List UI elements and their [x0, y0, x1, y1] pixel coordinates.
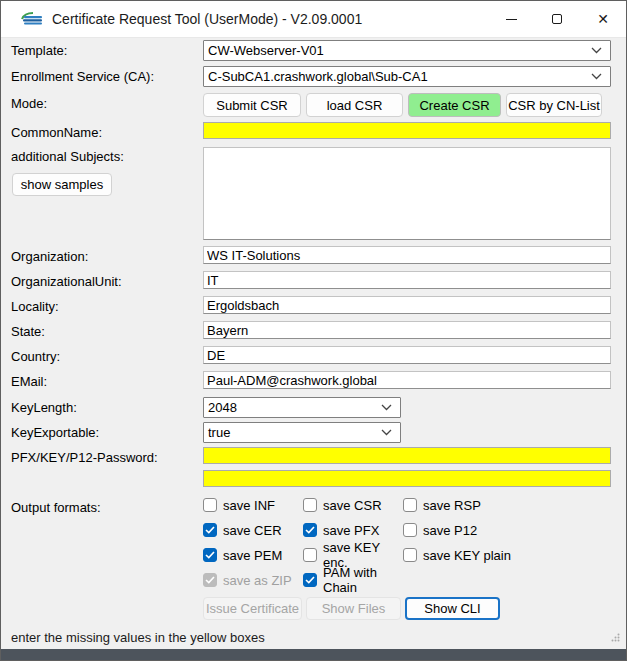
checkbox-save-key-plain[interactable]: save KEY plain [403, 547, 623, 563]
close-button[interactable]: ✕ [580, 1, 626, 37]
country-input[interactable] [203, 346, 611, 364]
checkbox-box [203, 573, 217, 587]
key-exportable-select[interactable]: true [203, 422, 401, 443]
status-message: enter the missing values in the yellow b… [11, 630, 265, 645]
checkbox-save-rsp[interactable]: save RSP [403, 497, 623, 513]
checkbox-save-as-zip: save as ZIP [203, 572, 303, 588]
issue-certificate-button: Issue Certificate [203, 597, 302, 620]
state-label: State: [11, 324, 45, 339]
window-bottom-edge [1, 649, 626, 660]
mode-label: Mode: [11, 96, 47, 111]
checkbox-box [403, 523, 417, 537]
key-length-label: KeyLength: [11, 400, 77, 415]
locality-input[interactable] [203, 296, 611, 314]
common-name-input[interactable] [203, 122, 611, 139]
chevron-down-icon [381, 404, 392, 411]
template-value: CW-Webserver-V01 [208, 43, 324, 58]
email-input[interactable] [203, 371, 611, 389]
additional-subjects-textarea[interactable] [203, 147, 611, 240]
checkbox-box [303, 523, 317, 537]
checkbox-box [403, 548, 417, 562]
action-button-row: Issue Certificate Show Files Show CLI [203, 597, 500, 620]
country-label: Country: [11, 349, 60, 364]
enrollment-select[interactable]: C-SubCA1.crashwork.global\Sub-CA1 [203, 66, 611, 87]
checkbox-save-key-enc[interactable]: save KEY enc. [303, 547, 403, 563]
checkbox-box [203, 523, 217, 537]
key-length-value: 2048 [208, 400, 237, 415]
show-files-button: Show Files [306, 597, 401, 620]
minimize-icon [506, 19, 517, 20]
check-icon [205, 576, 215, 584]
password-label: PFX/KEY/P12-Password: [11, 450, 158, 465]
mode-button-load-csr[interactable]: load CSR [306, 93, 403, 117]
checkbox-box [303, 548, 317, 562]
output-formats-group: save INF save CSR save RSP save CER save… [203, 497, 623, 588]
checkbox-box [403, 498, 417, 512]
checkbox-box [203, 498, 217, 512]
checkbox-box [303, 573, 317, 587]
certificate-app-icon [21, 11, 43, 27]
maximize-icon [552, 14, 562, 24]
email-label: EMail: [11, 374, 47, 389]
checkbox-box [303, 498, 317, 512]
organizational-unit-input[interactable] [203, 271, 611, 289]
organization-input[interactable] [203, 246, 611, 264]
chevron-down-icon [591, 73, 602, 80]
window-title: Certificate Request Tool (UserMode) - V2… [52, 11, 362, 27]
checkbox-save-pem[interactable]: save PEM [203, 547, 303, 563]
key-exportable-label: KeyExportable: [11, 425, 99, 440]
checkbox-save-inf[interactable]: save INF [203, 497, 303, 513]
output-formats-label: Output formats: [11, 500, 101, 515]
checkbox-save-pfx[interactable]: save PFX [303, 522, 403, 538]
mode-button-group: Submit CSR load CSR Create CSR CSR by CN… [203, 93, 611, 117]
key-length-select[interactable]: 2048 [203, 397, 401, 418]
organization-label: Organization: [11, 249, 88, 264]
password-input-2[interactable] [203, 470, 611, 487]
template-select[interactable]: CW-Webserver-V01 [203, 40, 611, 61]
organizational-unit-label: OrganizationalUnit: [11, 274, 122, 289]
check-icon [305, 576, 315, 584]
titlebar: Certificate Request Tool (UserMode) - V2… [1, 1, 626, 38]
locality-label: Locality: [11, 299, 59, 314]
enrollment-value: C-SubCA1.crashwork.global\Sub-CA1 [208, 69, 428, 84]
additional-subjects-label: additional Subjects: [11, 149, 124, 164]
check-icon [205, 551, 215, 559]
mode-button-create-csr[interactable]: Create CSR [408, 93, 501, 117]
enrollment-label: Enrollment Service (CA): [11, 69, 154, 84]
checkbox-box [203, 548, 217, 562]
show-samples-button[interactable]: show samples [12, 173, 112, 196]
check-icon [305, 526, 315, 534]
minimize-button[interactable] [488, 1, 534, 37]
close-icon: ✕ [597, 12, 609, 26]
maximize-button[interactable] [534, 1, 580, 37]
chevron-down-icon [591, 47, 602, 54]
mode-button-csr-by-cn-list[interactable]: CSR by CN-List [506, 93, 602, 117]
checkbox-save-cer[interactable]: save CER [203, 522, 303, 538]
check-icon [205, 526, 215, 534]
checkbox-pam-with-chain[interactable]: PAM with Chain [303, 572, 403, 588]
mode-button-submit-csr[interactable]: Submit CSR [203, 93, 301, 117]
state-input[interactable] [203, 321, 611, 339]
chevron-down-icon [381, 429, 392, 436]
password-input-1[interactable] [203, 447, 611, 464]
checkbox-save-csr[interactable]: save CSR [303, 497, 403, 513]
show-cli-button[interactable]: Show CLI [405, 597, 500, 620]
key-exportable-value: true [208, 425, 230, 440]
app-window: Certificate Request Tool (UserMode) - V2… [0, 0, 627, 661]
resize-grip[interactable] [611, 628, 620, 646]
checkbox-save-p12[interactable]: save P12 [403, 522, 623, 538]
template-label: Template: [11, 43, 67, 58]
common-name-label: CommonName: [11, 125, 102, 140]
